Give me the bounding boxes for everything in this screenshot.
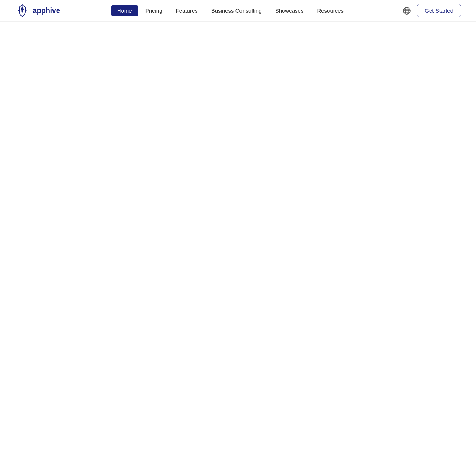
navbar-center: Home Pricing Features Business Consultin… xyxy=(111,5,350,16)
nav-item-showcases[interactable]: Showcases xyxy=(269,5,310,16)
nav-item-home[interactable]: Home xyxy=(111,5,138,16)
nav-item-pricing[interactable]: Pricing xyxy=(139,5,168,16)
nav-item-resources[interactable]: Resources xyxy=(311,5,350,16)
globe-icon xyxy=(403,7,411,15)
main-content xyxy=(0,22,476,475)
nav-item-features[interactable]: Features xyxy=(170,5,204,16)
nav-item-business-consulting[interactable]: Business Consulting xyxy=(205,5,268,16)
navbar-right: Get Started xyxy=(401,4,461,17)
logo-icon xyxy=(15,3,30,18)
navbar: apphive Home Pricing Features Business C… xyxy=(0,0,476,22)
logo-text: apphive xyxy=(33,6,60,15)
svg-point-0 xyxy=(22,10,23,12)
language-selector-button[interactable] xyxy=(401,4,413,17)
get-started-button[interactable]: Get Started xyxy=(417,4,461,17)
navbar-left: apphive xyxy=(15,3,60,18)
logo-link[interactable]: apphive xyxy=(15,3,60,18)
